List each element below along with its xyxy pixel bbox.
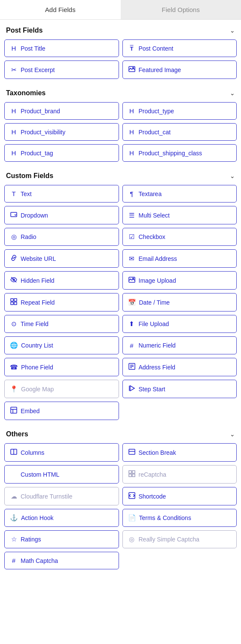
svg-rect-18 bbox=[11, 407, 17, 413]
field-btn-post-excerpt[interactable]: ✂ Post Excerpt bbox=[4, 60, 119, 79]
field-icon-product-shipping-class: H bbox=[128, 149, 136, 157]
field-icon-file-upload: ⬆ bbox=[128, 320, 136, 328]
field-btn-product-brand[interactable]: H Product_brand bbox=[4, 102, 119, 120]
field-label-repeat-field: Repeat Field bbox=[21, 299, 55, 306]
field-btn-multi-select[interactable]: ☰ Multi Select bbox=[122, 206, 237, 224]
section-header-custom-fields[interactable]: Custom Fields ⌄ bbox=[4, 165, 237, 185]
section-header-post-fields[interactable]: Post Fields ⌄ bbox=[4, 20, 237, 39]
field-btn-time-field[interactable]: ⊙ Time Field bbox=[4, 315, 119, 333]
section-title-others: Others bbox=[6, 430, 28, 438]
field-btn-date-time[interactable]: 📅 Date / Time bbox=[122, 293, 237, 311]
field-label-shortcode: Shortcode bbox=[139, 493, 166, 500]
field-btn-columns[interactable]: Columns bbox=[4, 443, 119, 462]
field-label-math-captcha: Math Captcha bbox=[21, 557, 58, 564]
field-btn-radio[interactable]: ◎ Radio bbox=[4, 228, 119, 246]
svg-rect-26 bbox=[132, 471, 135, 473]
tab-field-options[interactable]: Field Options bbox=[121, 0, 241, 19]
field-icon-section-break bbox=[128, 448, 136, 457]
section-others: Others ⌄ Columns Section Break Custom HT… bbox=[0, 423, 241, 573]
field-label-text: Text bbox=[21, 190, 32, 197]
field-label-product-shipping-class: Product_shipping_class bbox=[139, 150, 202, 157]
field-icon-product-type: H bbox=[128, 107, 136, 115]
field-btn-repeat-field[interactable]: Repeat Field bbox=[4, 293, 119, 311]
field-btn-country-list[interactable]: 🌐 Country List bbox=[4, 336, 119, 354]
field-btn-file-upload[interactable]: ⬆ File Upload bbox=[122, 315, 237, 333]
field-label-numeric-field: Numeric Field bbox=[139, 342, 176, 349]
field-btn-step-start[interactable]: Step Start bbox=[122, 380, 237, 398]
field-icon-repeat-field bbox=[10, 298, 18, 306]
field-btn-hidden-field[interactable]: Hidden Field bbox=[4, 271, 119, 290]
field-btn-shortcode[interactable]: Shortcode bbox=[122, 487, 237, 505]
field-btn-text[interactable]: T Text bbox=[4, 185, 119, 203]
field-btn-email-address[interactable]: ✉ Email Address bbox=[122, 249, 237, 268]
field-label-product-tag: Product_tag bbox=[21, 150, 53, 157]
field-label-recaptcha: reCaptcha bbox=[139, 471, 167, 478]
field-btn-product-shipping-class[interactable]: H Product_shipping_class bbox=[122, 144, 237, 162]
field-label-checkbox: Checkbox bbox=[139, 233, 165, 240]
field-btn-custom-html[interactable]: Custom HTML bbox=[4, 465, 119, 484]
field-btn-post-content[interactable]: T Post Content bbox=[122, 39, 237, 57]
field-label-radio: Radio bbox=[21, 233, 37, 240]
field-label-textarea: Textarea bbox=[139, 190, 162, 197]
svg-rect-9 bbox=[14, 299, 17, 301]
field-btn-website-url[interactable]: Website URL bbox=[4, 249, 119, 268]
fields-grid-custom-fields: T Text ¶ Textarea Dropdown ☰ Multi Selec… bbox=[4, 185, 237, 423]
field-icon-text: T bbox=[10, 190, 18, 197]
field-btn-product-cat[interactable]: H Product_cat bbox=[122, 123, 237, 141]
field-icon-country-list: 🌐 bbox=[10, 342, 18, 349]
svg-rect-8 bbox=[11, 299, 13, 301]
sections-container: Post Fields ⌄ H Post Title T Post Conten… bbox=[0, 20, 241, 573]
field-icon-address-field bbox=[128, 363, 136, 371]
field-label-hidden-field: Hidden Field bbox=[21, 277, 55, 284]
field-btn-address-field[interactable]: Address Field bbox=[122, 358, 237, 376]
section-header-taxonomies[interactable]: Taxonomies ⌄ bbox=[4, 82, 237, 102]
field-btn-checkbox[interactable]: ☑ Checkbox bbox=[122, 228, 237, 246]
field-btn-terms-conditions[interactable]: 📄 Terms & Conditions bbox=[122, 509, 237, 527]
field-label-product-cat: Product_cat bbox=[139, 129, 171, 136]
field-btn-numeric-field[interactable]: # Numeric Field bbox=[122, 336, 237, 354]
chevron-icon-others: ⌄ bbox=[230, 431, 235, 438]
svg-rect-2 bbox=[11, 212, 17, 217]
chevron-icon-taxonomies: ⌄ bbox=[230, 90, 235, 97]
field-icon-date-time: 📅 bbox=[128, 299, 136, 306]
field-icon-post-excerpt: ✂ bbox=[10, 66, 18, 74]
field-btn-image-upload[interactable]: Image Upload bbox=[122, 271, 237, 290]
section-header-others[interactable]: Others ⌄ bbox=[4, 423, 237, 443]
field-label-date-time: Date / Time bbox=[139, 299, 170, 306]
field-label-time-field: Time Field bbox=[21, 320, 49, 327]
field-btn-dropdown[interactable]: Dropdown bbox=[4, 206, 119, 224]
field-btn-product-type[interactable]: H Product_type bbox=[122, 102, 237, 120]
svg-rect-23 bbox=[129, 449, 135, 454]
field-icon-featured-image bbox=[128, 66, 136, 74]
field-label-email-address: Email Address bbox=[139, 255, 177, 262]
field-btn-action-hook[interactable]: ⚓ Action Hook bbox=[4, 509, 119, 527]
field-btn-section-break[interactable]: Section Break bbox=[122, 443, 237, 462]
field-icon-step-start bbox=[128, 385, 136, 393]
field-btn-recaptcha: reCaptcha bbox=[122, 465, 237, 484]
field-btn-ratings[interactable]: ☆ Ratings bbox=[4, 530, 119, 548]
field-btn-product-visibility[interactable]: H Product_visibility bbox=[4, 123, 119, 141]
field-btn-math-captcha[interactable]: # Math Captcha bbox=[4, 552, 119, 569]
field-icon-recaptcha bbox=[128, 470, 136, 478]
field-icon-math-captcha: # bbox=[10, 557, 18, 564]
fields-grid-taxonomies: H Product_brand H Product_type H Product… bbox=[4, 102, 237, 165]
field-label-phone-field: Phone Field bbox=[21, 364, 53, 371]
field-label-terms-conditions: Terms & Conditions bbox=[139, 514, 191, 521]
svg-rect-11 bbox=[14, 302, 17, 305]
field-icon-textarea: ¶ bbox=[128, 190, 136, 197]
field-icon-dropdown bbox=[10, 211, 18, 219]
field-icon-image-upload bbox=[128, 276, 136, 284]
field-btn-embed[interactable]: Embed bbox=[4, 402, 119, 420]
field-icon-post-title: H bbox=[10, 45, 18, 52]
field-btn-product-tag[interactable]: H Product_tag bbox=[4, 144, 119, 162]
field-btn-featured-image[interactable]: Featured Image bbox=[122, 60, 237, 79]
field-icon-ratings: ☆ bbox=[10, 535, 18, 543]
tab-add-fields[interactable]: Add Fields bbox=[0, 0, 121, 19]
field-btn-textarea[interactable]: ¶ Textarea bbox=[122, 185, 237, 203]
field-icon-product-cat: H bbox=[128, 128, 136, 136]
field-label-product-type: Product_type bbox=[139, 108, 174, 115]
field-label-section-break: Section Break bbox=[139, 449, 176, 456]
field-btn-phone-field[interactable]: ☎ Phone Field bbox=[4, 358, 119, 376]
field-btn-post-title[interactable]: H Post Title bbox=[4, 39, 119, 57]
svg-rect-25 bbox=[129, 471, 131, 473]
